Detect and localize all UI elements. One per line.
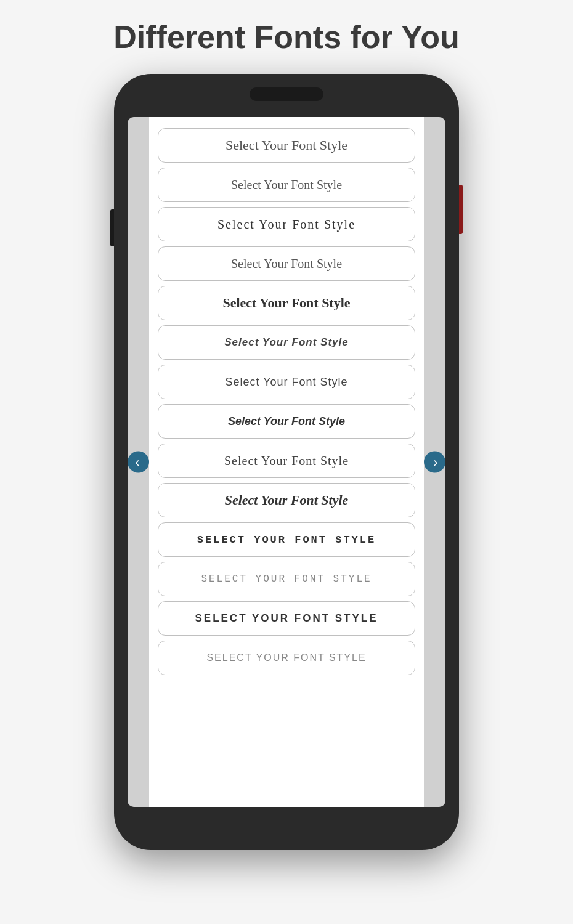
font-option-11[interactable]: SELECT YOUR FONT STYLE — [158, 522, 415, 557]
left-arrow-icon[interactable] — [128, 452, 149, 473]
font-option-10[interactable]: Select Your Font Style — [158, 483, 415, 517]
right-arrow-icon[interactable] — [424, 452, 445, 473]
font-option-5[interactable]: Select Your Font Style — [158, 286, 415, 320]
font-option-4[interactable]: Select Your Font Style — [158, 246, 415, 281]
font-option-2[interactable]: Select Your Font Style — [158, 168, 415, 202]
phone-mockup: Select Your Font StyleSelect Your Font S… — [114, 74, 459, 850]
phone-screen: Select Your Font StyleSelect Your Font S… — [128, 117, 445, 807]
font-option-1[interactable]: Select Your Font Style — [158, 128, 415, 163]
phone-shell: Select Your Font StyleSelect Your Font S… — [114, 74, 459, 850]
font-option-6[interactable]: Select Your Font Style — [158, 325, 415, 360]
phone-camera-bar — [250, 87, 323, 101]
screen-content: Select Your Font StyleSelect Your Font S… — [149, 117, 424, 807]
phone-side-button-right — [459, 185, 463, 234]
font-option-13[interactable]: SELECT YOUR FONT STYLE — [158, 601, 415, 636]
font-option-7[interactable]: Select Your Font Style — [158, 365, 415, 399]
font-option-12[interactable]: SELECT YOUR FONT STYLE — [158, 562, 415, 596]
font-option-14[interactable]: SELECT Your FONT STYLE — [158, 641, 415, 675]
page-title: Different Fonts for You — [113, 18, 459, 55]
phone-side-button-left — [110, 209, 114, 246]
font-option-3[interactable]: Select Your Font Style — [158, 207, 415, 241]
font-option-9[interactable]: Select Your Font Style — [158, 444, 415, 478]
font-option-8[interactable]: Select Your Font Style — [158, 404, 415, 439]
